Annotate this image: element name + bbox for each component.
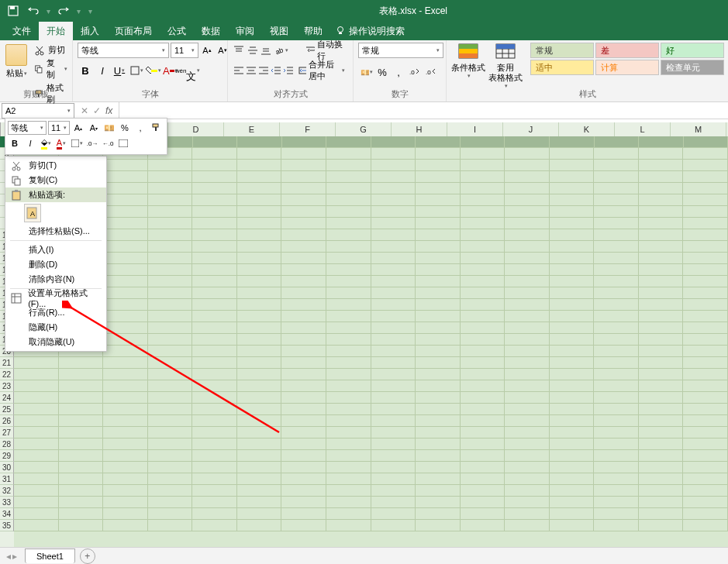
context-menu-item-8[interactable]: 清除内容(N) bbox=[5, 272, 106, 287]
cell-A27[interactable] bbox=[14, 427, 59, 438]
cell-P17[interactable] bbox=[683, 311, 728, 322]
cell-N26[interactable] bbox=[594, 415, 639, 427]
cell-K35[interactable] bbox=[461, 520, 505, 531]
currency-button[interactable]: 💴▾ bbox=[358, 64, 374, 80]
row-header-21[interactable]: 21 bbox=[0, 357, 14, 369]
cell-L18[interactable] bbox=[505, 322, 550, 334]
cell-E13[interactable] bbox=[192, 264, 237, 276]
cell-P9[interactable] bbox=[683, 218, 728, 229]
cell-H30[interactable] bbox=[326, 462, 371, 473]
cell-E12[interactable] bbox=[192, 253, 237, 264]
cell-D21[interactable] bbox=[148, 357, 193, 369]
cell-B29[interactable] bbox=[59, 450, 104, 462]
copy-button[interactable]: 复制▾ bbox=[34, 57, 67, 81]
cell-P5[interactable] bbox=[683, 171, 728, 183]
cell-H13[interactable] bbox=[326, 264, 371, 276]
cell-O32[interactable] bbox=[639, 485, 684, 497]
cell-M30[interactable] bbox=[550, 462, 595, 473]
cell-I3[interactable] bbox=[371, 148, 416, 160]
cell-F31[interactable] bbox=[237, 473, 282, 485]
cell-N11[interactable] bbox=[594, 241, 639, 253]
cell-G2[interactable] bbox=[282, 136, 327, 148]
cell-C6[interactable] bbox=[103, 183, 148, 194]
orientation-button[interactable]: ab▾ bbox=[274, 43, 288, 58]
font-size-select[interactable]: 11▾ bbox=[171, 43, 198, 58]
cell-L33[interactable] bbox=[505, 497, 550, 508]
cell-O12[interactable] bbox=[639, 253, 684, 264]
cell-P7[interactable] bbox=[683, 194, 728, 206]
cell-N16[interactable] bbox=[594, 299, 639, 311]
cell-B32[interactable] bbox=[59, 485, 104, 497]
align-left-button[interactable] bbox=[233, 63, 244, 78]
cell-N2[interactable] bbox=[595, 136, 640, 148]
col-header-G[interactable]: G bbox=[336, 122, 392, 136]
cell-D5[interactable] bbox=[148, 171, 193, 183]
cell-L10[interactable] bbox=[505, 229, 550, 241]
cell-P15[interactable] bbox=[683, 287, 728, 299]
bold-button[interactable]: B bbox=[78, 63, 93, 78]
cell-J29[interactable] bbox=[416, 450, 461, 462]
cell-L11[interactable] bbox=[505, 241, 550, 253]
cell-C20[interactable] bbox=[103, 346, 148, 357]
cell-G24[interactable] bbox=[281, 392, 326, 404]
cell-E21[interactable] bbox=[192, 357, 237, 369]
cell-M3[interactable] bbox=[550, 148, 595, 160]
cell-F14[interactable] bbox=[237, 276, 282, 287]
row-header-24[interactable]: 24 bbox=[0, 392, 14, 404]
context-menu-item-7[interactable]: 删除(D) bbox=[5, 257, 106, 272]
decrease-decimal-button[interactable]: .0 bbox=[423, 64, 439, 80]
cell-M20[interactable] bbox=[550, 346, 595, 357]
cell-O20[interactable] bbox=[639, 346, 684, 357]
cell-B35[interactable] bbox=[59, 520, 104, 531]
cell-I15[interactable] bbox=[371, 287, 416, 299]
cell-G10[interactable] bbox=[281, 229, 326, 241]
cell-G20[interactable] bbox=[281, 346, 326, 357]
cell-K26[interactable] bbox=[461, 415, 505, 427]
cell-I10[interactable] bbox=[371, 229, 416, 241]
cell-C24[interactable] bbox=[103, 392, 148, 404]
number-format-select[interactable]: 常规▾ bbox=[358, 43, 443, 58]
cancel-formula-button[interactable]: ✕ bbox=[81, 105, 88, 116]
cell-O6[interactable] bbox=[639, 183, 684, 194]
cell-G31[interactable] bbox=[281, 473, 326, 485]
border-button[interactable]: ▾ bbox=[129, 63, 144, 78]
cell-N30[interactable] bbox=[594, 462, 639, 473]
cell-O11[interactable] bbox=[639, 241, 684, 253]
cell-J22[interactable] bbox=[416, 369, 461, 380]
cell-M22[interactable] bbox=[550, 369, 595, 380]
cell-K13[interactable] bbox=[461, 264, 505, 276]
align-top-button[interactable] bbox=[233, 43, 246, 58]
cell-J18[interactable] bbox=[416, 322, 461, 334]
cell-K34[interactable] bbox=[461, 508, 505, 520]
cell-P30[interactable] bbox=[683, 462, 728, 473]
cell-L25[interactable] bbox=[505, 404, 550, 415]
cell-N3[interactable] bbox=[594, 148, 639, 160]
paste-option-keep-source[interactable]: A bbox=[24, 204, 41, 222]
cell-D17[interactable] bbox=[148, 311, 193, 322]
cell-E20[interactable] bbox=[192, 346, 237, 357]
cell-F11[interactable] bbox=[237, 241, 282, 253]
cell-E6[interactable] bbox=[192, 183, 237, 194]
cell-M24[interactable] bbox=[550, 392, 595, 404]
cell-H9[interactable] bbox=[326, 218, 371, 229]
cell-H10[interactable] bbox=[326, 229, 371, 241]
cell-N9[interactable] bbox=[594, 218, 639, 229]
cell-C19[interactable] bbox=[103, 334, 148, 346]
table-format-button[interactable]: 套用 表格格式▾ bbox=[488, 43, 523, 90]
cell-E15[interactable] bbox=[192, 287, 237, 299]
cell-J15[interactable] bbox=[416, 287, 461, 299]
cell-F30[interactable] bbox=[237, 462, 282, 473]
cell-M17[interactable] bbox=[550, 311, 595, 322]
cell-J32[interactable] bbox=[416, 485, 461, 497]
cell-D18[interactable] bbox=[148, 322, 193, 334]
cell-L32[interactable] bbox=[505, 485, 550, 497]
cell-A26[interactable] bbox=[14, 415, 59, 427]
fx-icon[interactable]: fx bbox=[105, 105, 112, 116]
cell-C29[interactable] bbox=[103, 450, 148, 462]
cell-B22[interactable] bbox=[59, 369, 104, 380]
cell-L13[interactable] bbox=[505, 264, 550, 276]
cell-H20[interactable] bbox=[326, 346, 371, 357]
cell-D13[interactable] bbox=[148, 264, 193, 276]
cell-F15[interactable] bbox=[237, 287, 282, 299]
cell-B27[interactable] bbox=[59, 427, 104, 438]
